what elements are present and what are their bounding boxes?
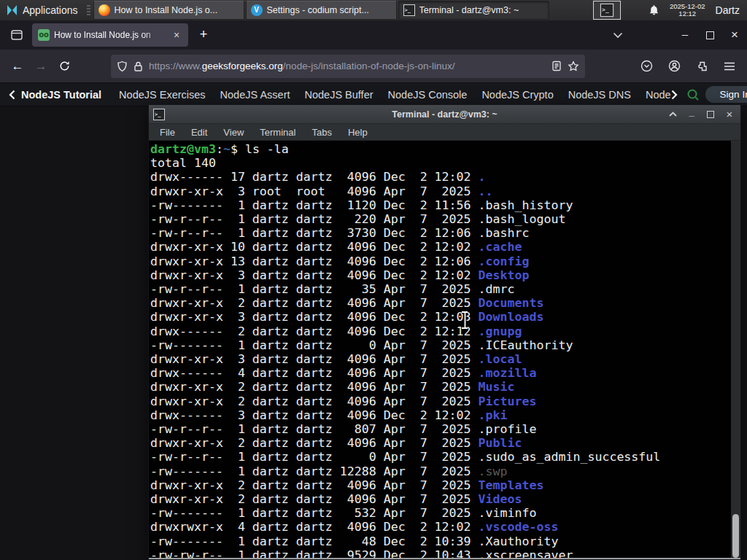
close-button[interactable]: × xyxy=(723,108,736,121)
panel-handle xyxy=(87,5,90,15)
terminal-line: drwxr-xr-x 13 dartz dartz 4096 Dec 2 12:… xyxy=(150,254,730,268)
clock-time: 12:12 xyxy=(670,10,705,18)
notification-bell-icon[interactable] xyxy=(649,4,659,16)
nav-link-6[interactable]: NodeJS DNS xyxy=(568,89,631,101)
taskbar-button-codium[interactable]: Settings - codium script... xyxy=(246,1,397,20)
terminal-line: -rw------- 1 dartz dartz 48 Dec 2 10:39 … xyxy=(150,534,730,548)
terminal-line: drwxr-xr-x 2 dartz dartz 4096 Apr 7 2025… xyxy=(150,380,730,394)
firefox-tab-bar: oo How to Install Node.js on × + – × xyxy=(0,20,747,50)
terminal-menubar: FileEditViewTerminalTabsHelp xyxy=(149,124,740,141)
tab-title: How to Install Node.js on xyxy=(54,30,166,40)
window-maximize-button[interactable] xyxy=(697,25,722,45)
menu-file[interactable]: File xyxy=(152,127,183,138)
url-text: https://www.geeksforgeeks.org/node-js/in… xyxy=(149,61,546,71)
account-icon[interactable] xyxy=(664,56,684,77)
list-all-tabs-chevron-icon[interactable] xyxy=(613,32,635,39)
terminal-line: drwx------ 4 dartz dartz 4096 Apr 7 2025… xyxy=(150,366,730,380)
geeksforgeeks-favicon: oo xyxy=(38,29,50,41)
url-domain: geeksforgeeks.org xyxy=(202,61,283,71)
terminal-line: drwx------ 2 dartz dartz 4096 Dec 2 12:1… xyxy=(150,324,730,338)
panel-user-label: Dartz xyxy=(716,4,740,16)
terminal-icon xyxy=(153,109,165,120)
pocket-icon[interactable] xyxy=(636,56,657,77)
maximize-button[interactable] xyxy=(704,108,717,121)
menu-edit[interactable]: Edit xyxy=(183,127,215,138)
new-tab-button[interactable]: + xyxy=(194,26,213,44)
hamburger-menu-icon[interactable] xyxy=(719,56,740,77)
window-close-button[interactable]: × xyxy=(722,25,747,45)
terminal-line: -rw-rw-r-- 1 dartz dartz 9529 Dec 2 10:4… xyxy=(150,548,730,559)
terminal-content[interactable]: dartz@vm3:~$ ls -latotal 140drwx------ 1… xyxy=(149,141,740,559)
url-path: /node-js/installation-of-node-js-on-linu… xyxy=(283,61,455,71)
site-nav-links: NodeJS ExercisesNodeJS AssertNodeJS Buff… xyxy=(112,89,638,101)
terminal-scrollbar[interactable] xyxy=(731,141,740,559)
window-minimize-button[interactable]: – xyxy=(673,23,697,44)
panel-status-area: 2025-12-02 12:12 Dartz xyxy=(649,3,747,18)
terminal-line: dartz@vm3:~$ ls -la xyxy=(150,142,730,156)
nav-back-tutorial[interactable]: NodeJS Tutorial xyxy=(9,89,101,101)
terminal-line: -rw------- 1 dartz dartz 12288 Apr 7 202… xyxy=(150,464,730,478)
lock-icon[interactable] xyxy=(133,61,143,72)
terminal-line: drwx------ 3 dartz dartz 4096 Dec 2 12:0… xyxy=(150,408,730,422)
nav-link-4[interactable]: NodeJS Console xyxy=(388,89,468,101)
menu-help[interactable]: Help xyxy=(340,127,376,138)
reader-view-icon[interactable] xyxy=(551,61,562,71)
reload-button[interactable] xyxy=(53,55,76,78)
tab-close-icon[interactable]: × xyxy=(171,29,182,41)
terminal-line: total 140 xyxy=(150,156,730,170)
extensions-icon[interactable] xyxy=(692,56,712,77)
menu-tabs[interactable]: Tabs xyxy=(303,127,339,138)
terminal-line: drwxr-xr-x 2 dartz dartz 4096 Apr 7 2025… xyxy=(150,436,730,450)
taskbar-button-firefox[interactable]: How to Install Node.js o... xyxy=(93,1,244,20)
search-icon[interactable] xyxy=(686,85,700,104)
terminal-line: drwxr-xr-x 2 dartz dartz 4096 Apr 7 2025… xyxy=(150,394,730,408)
tracking-shield-icon[interactable] xyxy=(117,61,128,72)
shade-button[interactable] xyxy=(666,108,679,121)
distributor-logo-icon xyxy=(6,4,18,16)
terminal-line: -rw-r--r-- 1 dartz dartz 220 Apr 7 2025 … xyxy=(150,212,730,226)
nav-link-5[interactable]: NodeJS Crypto xyxy=(481,89,553,101)
firefox-view-icon[interactable] xyxy=(7,26,26,44)
browser-tab[interactable]: oo How to Install Node.js on × xyxy=(32,23,188,47)
applications-label: Applications xyxy=(23,4,78,16)
menu-view[interactable]: View xyxy=(215,127,252,138)
minimize-button[interactable]: _ xyxy=(685,106,698,119)
tabbar-controls: – × xyxy=(613,25,747,45)
terminal-icon xyxy=(600,4,613,17)
site-navigation-bar: NodeJS Tutorial NodeJS ExercisesNodeJS A… xyxy=(0,83,747,106)
overflow-label: Node xyxy=(646,89,671,101)
terminal-line: drwxr-xr-x 3 dartz dartz 4096 Apr 7 2025… xyxy=(150,352,730,366)
terminal-icon xyxy=(403,4,415,16)
terminal-line: -rw------- 1 dartz dartz 532 Apr 7 2025 … xyxy=(150,506,730,520)
url-bar[interactable]: https://www.geeksforgeeks.org/node-js/in… xyxy=(111,55,585,78)
terminal-title: Terminal - dartz@vm3: ~ xyxy=(149,109,740,120)
tutorial-label: NodeJS Tutorial xyxy=(21,89,101,101)
taskbar-button-terminal[interactable]: Terminal - dartz@vm3: ~ xyxy=(398,1,549,20)
forward-button[interactable]: → xyxy=(29,55,53,78)
terminal-line: -rw-r--r-- 1 dartz dartz 807 Apr 7 2025 … xyxy=(150,422,730,436)
nav-link-3[interactable]: NodeJS Buffer xyxy=(305,89,374,101)
bookmark-star-icon[interactable] xyxy=(568,61,579,71)
back-button[interactable]: ← xyxy=(6,55,29,78)
terminal-line: drwxr-xr-x 2 dartz dartz 4096 Apr 7 2025… xyxy=(150,296,730,310)
terminal-line: drwx------ 17 dartz dartz 4096 Dec 2 12:… xyxy=(150,170,730,184)
maximize-icon xyxy=(707,111,714,118)
active-window-icon-box[interactable] xyxy=(593,1,621,20)
terminal-line: -rw-r--r-- 1 dartz dartz 3730 Dec 2 12:0… xyxy=(150,226,730,240)
sign-in-button[interactable]: Sign In xyxy=(705,86,747,103)
menu-terminal[interactable]: Terminal xyxy=(252,127,303,138)
taskbar-button-label: How to Install Node.js o... xyxy=(115,5,218,15)
terminal-line: drwxr-xr-x 10 dartz dartz 4096 Dec 2 12:… xyxy=(150,240,730,254)
terminal-line: -rw------- 1 dartz dartz 0 Apr 7 2025 .I… xyxy=(150,338,730,352)
desktop: Applications How to Install Node.js o...… xyxy=(0,0,747,560)
nav-link-1[interactable]: NodeJS Exercises xyxy=(119,89,205,101)
nav-link-overflow[interactable]: Node xyxy=(646,89,678,101)
url-scheme: https://www. xyxy=(149,61,202,71)
terminal-titlebar[interactable]: Terminal - dartz@vm3: ~ _ × xyxy=(149,105,740,124)
nav-link-2[interactable]: NodeJS Assert xyxy=(220,89,290,101)
scrollbar-thumb[interactable] xyxy=(732,514,739,558)
taskbar: How to Install Node.js o...Settings - co… xyxy=(93,0,549,20)
applications-menu-button[interactable]: Applications xyxy=(0,0,84,20)
firefox-navigation-toolbar: ← → https://www.geeksforgeeks.org/node-j… xyxy=(0,50,747,83)
panel-clock[interactable]: 2025-12-02 12:12 xyxy=(670,3,705,18)
